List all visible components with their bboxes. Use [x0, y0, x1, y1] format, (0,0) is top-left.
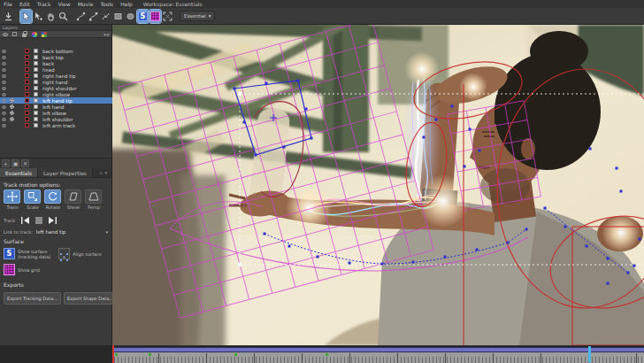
frame-ruler[interactable] — [112, 352, 644, 363]
layer-checkbox[interactable] — [34, 61, 38, 66]
keyframe-marker[interactable] — [149, 353, 151, 356]
tab-layer-properties[interactable]: Layer Properties — [38, 168, 93, 177]
playhead-blue[interactable] — [588, 346, 591, 362]
layer-cog-icon[interactable] — [10, 117, 14, 121]
show-surface-icon[interactable]: S — [137, 10, 149, 23]
layer-spline-color-swatch[interactable] — [25, 67, 29, 72]
layer-checkbox[interactable] — [34, 49, 38, 53]
layer-color-column-icon[interactable] — [42, 32, 47, 37]
track-point[interactable] — [288, 245, 291, 248]
translation-toggle[interactable] — [4, 189, 20, 204]
add-point-tool-icon[interactable] — [33, 10, 44, 23]
layer-row[interactable]: right shoulder — [0, 85, 112, 91]
track-point[interactable] — [305, 108, 308, 111]
track-point[interactable] — [479, 150, 481, 152]
track-point[interactable] — [255, 154, 257, 157]
layer-row[interactable]: head — [0, 66, 112, 73]
layer-visibility-icon[interactable] — [2, 118, 6, 121]
layer-visibility-icon[interactable] — [2, 50, 6, 53]
layer-checkbox[interactable] — [34, 111, 38, 115]
create-bezier-spline-tool-icon[interactable] — [100, 10, 111, 23]
layer-checkbox[interactable] — [34, 73, 38, 78]
layer-visibility-icon[interactable] — [2, 93, 6, 97]
layer-checkbox[interactable] — [34, 92, 38, 97]
menu-track[interactable]: Track — [34, 1, 55, 7]
viewer-canvas[interactable] — [112, 25, 644, 345]
menu-tools[interactable]: Tools — [96, 1, 117, 7]
save-icon[interactable] — [3, 10, 14, 23]
pane-controls[interactable]: ▫✕ — [99, 170, 110, 175]
track-point[interactable] — [412, 261, 415, 264]
keyframe-marker[interactable] — [234, 353, 237, 356]
new-layer-button[interactable]: + — [2, 159, 10, 167]
create-x-spline-variant-tool-icon[interactable] — [88, 10, 99, 23]
track-backwards-button[interactable] — [19, 215, 31, 225]
layer-spline-color-swatch[interactable] — [25, 104, 29, 109]
track-point[interactable] — [234, 88, 236, 90]
track-point[interactable] — [607, 282, 610, 285]
track-point[interactable] — [607, 258, 610, 260]
layer-spline-color-swatch[interactable] — [25, 49, 29, 53]
layer-visibility-icon[interactable] — [2, 87, 6, 90]
track-point[interactable] — [243, 121, 246, 124]
corner-pin-icon[interactable] — [162, 10, 173, 23]
workspace-label[interactable]: Workspace: Essentials — [143, 1, 203, 7]
track-point[interactable] — [265, 82, 268, 85]
track-point[interactable] — [423, 136, 426, 139]
spline-color-column-icon[interactable] — [32, 32, 37, 37]
layer-visibility-icon[interactable] — [2, 62, 6, 66]
layer-cog-icon[interactable] — [10, 98, 14, 103]
layer-row[interactable]: back top — [0, 54, 112, 60]
layer-row[interactable]: left hand tip — [0, 97, 112, 104]
menu-movie[interactable]: Movie — [74, 1, 97, 7]
track-point[interactable] — [381, 263, 384, 266]
track-point[interactable] — [627, 272, 630, 274]
track-point[interactable] — [616, 167, 618, 170]
track-point[interactable] — [620, 190, 623, 193]
track-point[interactable] — [283, 146, 286, 149]
layer-row[interactable]: back — [0, 60, 112, 66]
layer-row[interactable]: left arm track — [0, 122, 112, 128]
track-point[interactable] — [264, 233, 266, 236]
track-point[interactable] — [444, 256, 447, 259]
align-surface-button[interactable] — [58, 248, 70, 259]
perspective-toggle[interactable] — [85, 189, 102, 204]
menu-help[interactable]: Help — [117, 1, 136, 7]
layer-row[interactable]: back bottom — [0, 48, 112, 54]
track-point[interactable] — [507, 242, 510, 244]
layer-spline-color-swatch[interactable] — [25, 117, 29, 121]
layer-row[interactable]: left shoulder — [0, 116, 112, 122]
show-surface-button[interactable]: S — [4, 248, 15, 259]
layer-row[interactable]: left elbow — [0, 110, 112, 116]
track-point[interactable] — [476, 249, 479, 251]
track-point[interactable] — [564, 226, 567, 228]
track-point[interactable] — [589, 148, 592, 151]
track-point[interactable] — [586, 245, 588, 248]
show-grid-icon[interactable] — [150, 10, 161, 23]
track-point[interactable] — [297, 80, 300, 82]
export-tracking-data-button[interactable]: Export Tracking Data... — [4, 292, 61, 305]
layer-checkbox[interactable] — [34, 80, 38, 84]
layer-visibility-icon[interactable] — [2, 124, 6, 127]
keyframe-marker[interactable] — [326, 353, 328, 356]
layer-spline-color-swatch[interactable] — [25, 92, 29, 97]
layer-visibility-icon[interactable] — [2, 105, 6, 109]
select-tool-icon[interactable] — [20, 10, 32, 23]
track-point[interactable] — [310, 137, 313, 140]
menu-file[interactable]: File — [0, 1, 16, 7]
playhead-red[interactable] — [112, 345, 114, 363]
visibility-column-eye-icon[interactable] — [3, 33, 8, 36]
layer-cog-icon[interactable] — [10, 111, 14, 115]
track-point[interactable] — [639, 238, 641, 241]
shear-toggle[interactable] — [65, 189, 81, 204]
track-forwards-button[interactable] — [47, 215, 58, 225]
layer-checkbox[interactable] — [34, 86, 38, 90]
tab-essentials[interactable]: Essentials — [0, 168, 38, 177]
track-point[interactable] — [525, 228, 528, 231]
layer-visibility-icon[interactable] — [2, 56, 6, 59]
layer-spline-color-swatch[interactable] — [25, 123, 29, 127]
layer-visibility-icon[interactable] — [2, 99, 6, 103]
layer-visibility-icon[interactable] — [2, 112, 6, 115]
layer-spline-color-swatch[interactable] — [25, 55, 29, 59]
track-point[interactable] — [633, 265, 636, 267]
